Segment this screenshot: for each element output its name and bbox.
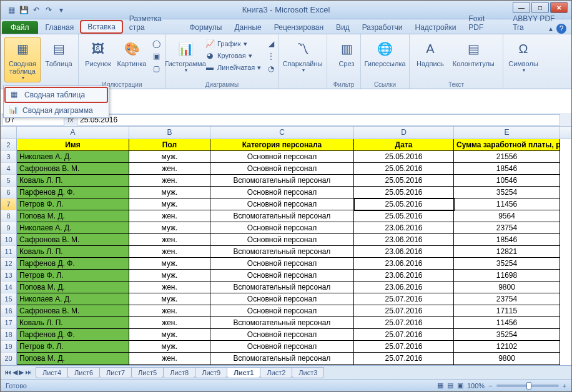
tab-review[interactable]: Рецензирован xyxy=(268,21,330,34)
cell-sex[interactable]: муж. xyxy=(129,222,210,234)
cell-sex[interactable]: жен. xyxy=(129,305,210,317)
cell-name[interactable]: Николаев А. Д. xyxy=(17,151,129,163)
sheet-tab[interactable]: Лист1 xyxy=(227,367,260,378)
cell-salary[interactable]: 17115 xyxy=(454,305,560,317)
cell-category[interactable]: Вспомогательный персонал xyxy=(210,246,354,258)
cell-sex[interactable]: муж. xyxy=(129,270,210,282)
cell-sex[interactable]: муж. xyxy=(129,341,210,353)
cell-date[interactable]: 25.07.2016 xyxy=(354,341,454,353)
cell-name[interactable]: Коваль Л. П. xyxy=(17,317,129,329)
cell-name[interactable]: Коваль Л. П. xyxy=(17,246,129,258)
sheet-tab[interactable]: Лист3 xyxy=(292,367,324,378)
clipart-button[interactable]: 🎨 Картинка xyxy=(116,37,147,69)
row-header[interactable]: 18 xyxy=(1,329,17,341)
cell-category[interactable]: Основной персонал xyxy=(210,151,354,163)
row-header[interactable]: 16 xyxy=(1,305,17,317)
cell-category[interactable]: Основной персонал xyxy=(210,341,354,353)
cell-sex[interactable]: жен. xyxy=(129,353,210,365)
zoom-slider[interactable] xyxy=(496,385,559,387)
row-header[interactable]: 11 xyxy=(1,246,17,258)
cell-name[interactable]: Петров Ф. Л. xyxy=(17,270,129,282)
sheet-tab[interactable]: Лист5 xyxy=(131,367,164,378)
col-header-e[interactable]: E xyxy=(454,127,560,139)
cell-name[interactable]: Николаев А. Д. xyxy=(17,222,129,234)
cell-date[interactable]: 25.07.2016 xyxy=(354,293,454,305)
cell-sex[interactable]: жен. xyxy=(129,282,210,293)
cell-salary[interactable]: 9800 xyxy=(454,282,560,293)
cell-category[interactable]: Основной персонал xyxy=(210,293,354,305)
row-header[interactable]: 4 xyxy=(1,163,17,175)
cell-sex[interactable]: жен. xyxy=(129,163,210,175)
cell-name[interactable]: Сафронова В. М. xyxy=(17,163,129,175)
pivot-table-menuitem[interactable]: ▦ Сводная таблица xyxy=(4,87,108,103)
smartart-button[interactable]: ▣ xyxy=(150,51,162,62)
cell-date[interactable]: 23.06.2016 xyxy=(354,234,454,246)
sheet-tab[interactable]: Лист8 xyxy=(163,367,195,378)
cell-salary[interactable]: 9564 xyxy=(454,210,560,222)
col-header-c[interactable]: C xyxy=(210,127,354,139)
cell-salary[interactable]: 11456 xyxy=(454,198,560,210)
minimize-ribbon-icon[interactable]: ▴ xyxy=(549,24,553,33)
row-header[interactable]: 3 xyxy=(1,151,17,163)
cell-date[interactable]: 25.05.2016 xyxy=(354,198,454,210)
cell-sex[interactable]: муж. xyxy=(129,198,210,210)
row-header[interactable]: 7 xyxy=(1,198,17,210)
cell-category[interactable]: Основной персонал xyxy=(210,187,354,198)
cell-date[interactable]: 23.06.2016 xyxy=(354,258,454,270)
cell-category[interactable]: Основной персонал xyxy=(210,198,354,210)
header-sex[interactable]: Пол xyxy=(129,139,210,151)
cell-category[interactable]: Основной персонал xyxy=(210,163,354,175)
header-category[interactable]: Категория персонала xyxy=(210,139,354,151)
pivot-chart-menuitem[interactable]: 📊 Сводная диаграмма xyxy=(4,104,109,117)
row-header[interactable]: 5 xyxy=(1,175,17,187)
sheet-tab[interactable]: Лист7 xyxy=(99,367,132,378)
cell-salary[interactable]: 9800 xyxy=(454,353,560,365)
select-all-corner[interactable] xyxy=(1,127,17,139)
row-header[interactable]: 6 xyxy=(1,187,17,198)
row-header[interactable]: 8 xyxy=(1,210,17,222)
tab-home[interactable]: Главная xyxy=(39,21,81,34)
cell-date[interactable]: 23.06.2016 xyxy=(354,222,454,234)
redo-icon[interactable]: ↷ xyxy=(43,4,54,16)
pivot-table-button[interactable]: ▦ Сводная таблица▾ xyxy=(4,37,41,82)
cell-name[interactable]: Сафронова В. М. xyxy=(17,234,129,246)
close-button[interactable]: ✕ xyxy=(550,2,568,13)
cell-date[interactable]: 25.05.2016 xyxy=(354,163,454,175)
picture-button[interactable]: 🖼 Рисунок xyxy=(82,37,114,69)
cell-date[interactable]: 25.05.2016 xyxy=(354,175,454,187)
view-layout-icon[interactable]: ▤ xyxy=(447,381,453,390)
zoom-level[interactable]: 100% xyxy=(467,382,485,390)
cell-category[interactable]: Вспомогательный персонал xyxy=(210,353,354,365)
tab-layout[interactable]: Разметка стра xyxy=(123,12,183,34)
zoom-thumb[interactable] xyxy=(526,382,531,390)
row-header[interactable]: 14 xyxy=(1,282,17,293)
zoom-out-button[interactable]: − xyxy=(488,382,492,390)
col-header-a[interactable]: A xyxy=(17,127,129,139)
cell-category[interactable]: Основной персонал xyxy=(210,234,354,246)
symbols-button[interactable]: Ω Символы▾ xyxy=(507,37,540,75)
cell-salary[interactable]: 10546 xyxy=(454,175,560,187)
sheet-tab[interactable]: Лист9 xyxy=(195,367,227,378)
cell-category[interactable]: Основной персонал xyxy=(210,305,354,317)
cell-sex[interactable]: жен. xyxy=(129,175,210,187)
row-header[interactable]: 15 xyxy=(1,293,17,305)
textbox-button[interactable]: A Надпись xyxy=(413,37,447,69)
col-header-d[interactable]: D xyxy=(354,127,454,139)
header-date[interactable]: Дата xyxy=(354,139,454,151)
cell-category[interactable]: Основной персонал xyxy=(210,329,354,341)
cell-sex[interactable]: жен. xyxy=(129,246,210,258)
row-header[interactable]: 13 xyxy=(1,270,17,282)
cell-salary[interactable]: 35254 xyxy=(454,187,560,198)
cell-salary[interactable]: 12102 xyxy=(454,341,560,353)
cell-name[interactable]: Петров Ф. Л. xyxy=(17,198,129,210)
row-header[interactable]: 19 xyxy=(1,341,17,353)
shapes-button[interactable]: ◯ xyxy=(150,38,162,49)
scatterchart-button[interactable]: ⋮ xyxy=(265,51,277,62)
cell-category[interactable]: Основной персонал xyxy=(210,258,354,270)
row-header[interactable]: 17 xyxy=(1,317,17,329)
tab-developer[interactable]: Разработчи xyxy=(356,21,409,34)
cell-category[interactable]: Вспомогательный персонал xyxy=(210,317,354,329)
cell-salary[interactable]: 35254 xyxy=(454,329,560,341)
view-break-icon[interactable]: ▣ xyxy=(457,381,463,390)
cell-sex[interactable]: жен. xyxy=(129,210,210,222)
